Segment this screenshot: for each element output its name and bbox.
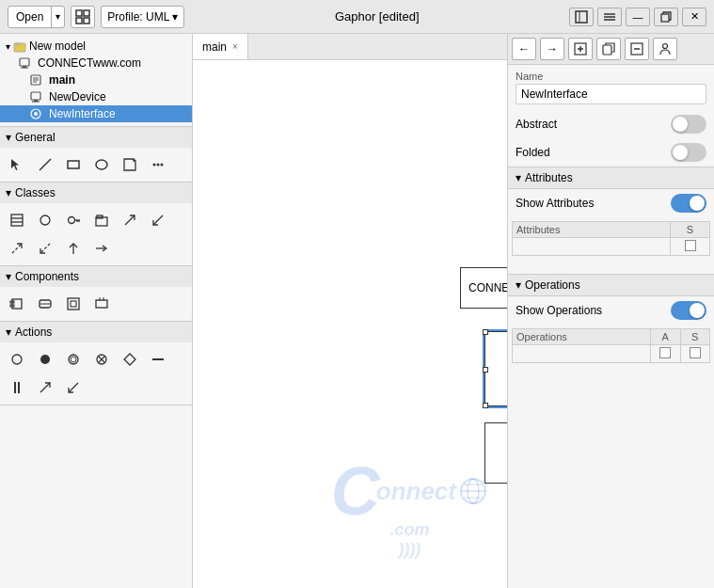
ops-s-checkbox[interactable] (690, 347, 701, 358)
tree-item-newmodel[interactable]: ▾ New model (0, 38, 192, 55)
handle-ml[interactable] (483, 367, 488, 373)
attributes-section-label: Attributes (525, 171, 573, 184)
svg-line-66 (40, 383, 50, 392)
tool-state[interactable] (60, 346, 87, 373)
toolbox-general-header[interactable]: ▾ General (0, 127, 192, 148)
ops-a-checkbox[interactable] (659, 347, 671, 358)
device-icon (29, 90, 42, 103)
layout-icon-button[interactable] (71, 6, 95, 28)
ops-col-s: S (680, 329, 710, 345)
tool-rect[interactable] (60, 151, 87, 178)
win-restore-button[interactable] (654, 8, 678, 26)
tool-comp1[interactable] (4, 291, 30, 317)
show-attributes-toggle[interactable] (671, 194, 706, 213)
person-button[interactable] (653, 38, 677, 60)
toolbox-actions: ▾ Actions (0, 322, 192, 405)
minus-button[interactable] (625, 38, 649, 60)
tree-item-newdevice[interactable]: NewDevice (0, 88, 192, 105)
svg-point-75 (461, 479, 485, 503)
attr-cell-s[interactable] (671, 238, 710, 256)
open-label[interactable]: Open (8, 7, 52, 27)
attr-row-empty (513, 238, 710, 256)
profile-button[interactable]: Profile: UML ▾ (101, 6, 184, 28)
general-tools (0, 148, 192, 182)
tool-arrow-sw[interactable] (145, 207, 171, 233)
svg-rect-64 (14, 382, 16, 393)
operations-section-header[interactable]: ▾ Operations (508, 274, 714, 296)
attr-col-s: S (671, 222, 710, 238)
node-device[interactable]: «device» NewDevice (484, 422, 507, 484)
win-icon2-button[interactable] (597, 8, 622, 26)
tree-label-newmodel: New model (29, 40, 86, 53)
back-button[interactable]: ← (512, 38, 536, 60)
tree-item-newinterface[interactable]: NewInterface (0, 105, 192, 122)
tool-ne-arrow2[interactable] (32, 374, 58, 401)
tab-close-button[interactable]: × (232, 41, 238, 52)
app-title: Gaphor [edited] (190, 9, 563, 24)
name-input[interactable] (516, 84, 706, 104)
tree-item-main[interactable]: main (0, 72, 192, 88)
tool-interface2[interactable] (32, 207, 58, 233)
toolbox-actions-header[interactable]: ▾ Actions (0, 322, 192, 342)
win-icon1-button[interactable] (569, 8, 594, 26)
tool-line[interactable] (32, 151, 58, 178)
win-close-button[interactable]: ✕ (682, 8, 706, 26)
tool-arrow-right[interactable] (88, 235, 115, 262)
canvas[interactable]: CONNECTwww.com (193, 60, 507, 588)
svg-point-86 (663, 44, 668, 49)
folded-label: Folded (516, 146, 550, 159)
attributes-table: Attributes S (512, 221, 710, 256)
tool-pointer[interactable] (4, 151, 30, 178)
handle-bl[interactable] (483, 403, 488, 408)
node-interface[interactable]: «interface» NewInterface (484, 331, 507, 406)
attr-s-checkbox[interactable] (685, 240, 696, 251)
tool-arrow-sw2[interactable] (32, 235, 58, 262)
copy-button[interactable] (596, 38, 621, 60)
tool-arrow-ne2[interactable] (4, 235, 30, 262)
tool-package[interactable] (88, 207, 115, 233)
tool-class[interactable] (4, 207, 30, 233)
add-button[interactable] (568, 38, 593, 60)
svg-rect-11 (20, 58, 29, 66)
svg-rect-24 (68, 161, 79, 168)
open-button[interactable]: Open ▾ (8, 6, 65, 28)
abstract-toggle[interactable] (671, 115, 706, 134)
tool-sw-arrow2[interactable] (60, 374, 87, 401)
watermark-antenna: )))) (398, 540, 420, 560)
tool-diamond[interactable] (117, 346, 143, 373)
tool-arrow-up[interactable] (60, 235, 87, 262)
handle-tl[interactable] (483, 329, 488, 335)
attr-col-name: Attributes (513, 222, 671, 238)
svg-point-58 (71, 357, 76, 362)
attributes-section-header[interactable]: ▾ Attributes (508, 167, 714, 189)
tool-dots[interactable] (145, 151, 171, 178)
show-operations-toggle[interactable] (671, 301, 706, 320)
tool-arrow-ne[interactable] (117, 207, 143, 233)
win-minimize-button[interactable]: — (626, 8, 650, 26)
tool-ellipse[interactable] (88, 151, 115, 178)
tool-start[interactable] (4, 346, 30, 373)
interface-icon (29, 107, 42, 120)
tool-comment[interactable] (117, 151, 143, 178)
svg-rect-65 (18, 382, 20, 393)
tool-vbar[interactable] (4, 374, 30, 401)
node-connect[interactable]: CONNECTwww.com (460, 267, 507, 309)
toolbox-classes-header[interactable]: ▾ Classes (0, 183, 192, 203)
ops-cell-s[interactable] (680, 345, 710, 363)
svg-point-55 (12, 355, 22, 364)
toolbox-components-header[interactable]: ▾ Components (0, 266, 192, 287)
tool-cross[interactable] (88, 346, 115, 373)
tool-comp2[interactable] (32, 291, 58, 317)
diagram-icon (29, 73, 42, 87)
open-dropdown-arrow[interactable]: ▾ (52, 7, 64, 27)
tool-comp4[interactable] (88, 291, 115, 317)
tool-hline[interactable] (145, 346, 171, 373)
forward-button[interactable]: → (540, 38, 564, 60)
folded-toggle[interactable] (671, 143, 706, 162)
tool-key[interactable] (60, 207, 87, 233)
tool-end[interactable] (32, 346, 58, 373)
tab-main[interactable]: main × (193, 34, 248, 59)
tool-comp3[interactable] (60, 291, 87, 317)
tree-item-connectwww[interactable]: CONNECTwww.com (0, 55, 192, 72)
ops-cell-a[interactable] (651, 345, 681, 363)
